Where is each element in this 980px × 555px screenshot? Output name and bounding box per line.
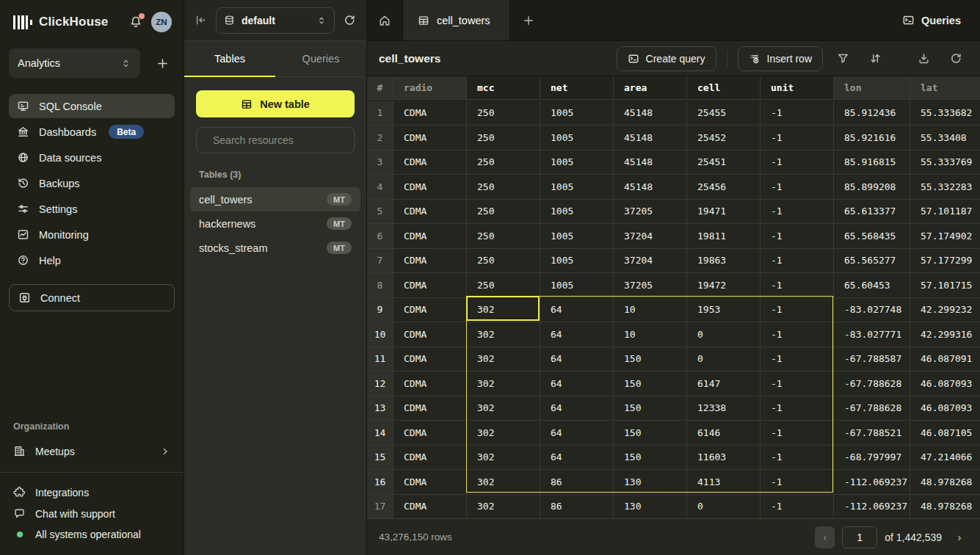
column-header-cell[interactable]: cell bbox=[687, 76, 761, 100]
create-query-button[interactable]: Create query bbox=[617, 46, 716, 71]
table-cell[interactable]: 1005 bbox=[540, 175, 614, 200]
table-cell[interactable]: 57.174902 bbox=[910, 224, 980, 249]
refresh-resources-button[interactable] bbox=[344, 14, 356, 26]
table-cell[interactable]: -1 bbox=[761, 371, 834, 396]
table-cell[interactable]: 37205 bbox=[614, 200, 687, 225]
table-cell[interactable]: -83.027748 bbox=[834, 298, 910, 323]
sidebar-item-integrations[interactable]: Integrations bbox=[9, 482, 175, 503]
table-cell[interactable]: 65.568435 bbox=[834, 224, 910, 249]
queries-button[interactable]: Queries bbox=[902, 14, 961, 26]
table-cell[interactable]: -68.797997 bbox=[834, 446, 910, 471]
table-cell[interactable]: 25456 bbox=[687, 175, 761, 200]
row-number[interactable]: 7 bbox=[367, 249, 393, 274]
table-cell[interactable]: 57.177299 bbox=[910, 249, 980, 274]
table-cell[interactable]: 1005 bbox=[540, 126, 614, 150]
table-cell[interactable]: 85.921616 bbox=[834, 126, 910, 150]
table-cell[interactable]: 302 bbox=[467, 347, 540, 372]
table-cell[interactable]: 302 bbox=[467, 322, 540, 347]
table-cell[interactable]: -1 bbox=[761, 224, 834, 249]
table-cell[interactable]: 6147 bbox=[687, 371, 761, 396]
column-header-area[interactable]: area bbox=[614, 76, 687, 100]
table-list-item-stocks-stream[interactable]: stocks_stream MT bbox=[190, 236, 360, 260]
table-cell[interactable]: 0 bbox=[687, 495, 761, 519]
table-list-item-hackernews[interactable]: hackernews MT bbox=[190, 211, 360, 236]
table-cell[interactable]: CDMA bbox=[393, 175, 467, 200]
table-cell[interactable]: 11603 bbox=[687, 446, 761, 471]
sidebar-item-data-sources[interactable]: Data sources bbox=[9, 145, 175, 170]
table-cell[interactable]: 42.299316 bbox=[910, 322, 980, 347]
table-cell[interactable]: -1 bbox=[761, 396, 834, 421]
table-cell[interactable]: 47.214066 bbox=[910, 446, 980, 471]
table-cell[interactable]: 130 bbox=[614, 470, 687, 495]
user-avatar[interactable]: ZN bbox=[151, 12, 172, 32]
table-cell[interactable]: 150 bbox=[614, 396, 687, 421]
table-cell[interactable]: 64 bbox=[540, 371, 614, 396]
row-number[interactable]: 10 bbox=[367, 322, 393, 347]
row-number[interactable]: 15 bbox=[367, 446, 393, 471]
table-cell[interactable]: 19811 bbox=[687, 224, 761, 249]
table-cell[interactable]: 6146 bbox=[687, 421, 761, 446]
table-cell[interactable]: 85.916815 bbox=[834, 150, 910, 175]
table-cell[interactable]: -1 bbox=[761, 421, 834, 446]
table-cell[interactable]: 48.978268 bbox=[910, 495, 980, 519]
table-cell[interactable]: -1 bbox=[761, 126, 834, 150]
tab-queries[interactable]: Queries bbox=[275, 41, 366, 77]
insert-row-button[interactable]: Insert row bbox=[738, 46, 823, 71]
table-cell[interactable]: 150 bbox=[614, 446, 687, 471]
table-cell[interactable]: 302 bbox=[467, 298, 540, 323]
table-cell[interactable]: -112.069237 bbox=[834, 495, 910, 519]
row-number[interactable]: 6 bbox=[367, 224, 393, 249]
table-cell[interactable]: 64 bbox=[540, 421, 614, 446]
table-cell[interactable]: 150 bbox=[614, 421, 687, 446]
table-cell[interactable]: -1 bbox=[761, 150, 834, 175]
table-cell[interactable]: 64 bbox=[540, 322, 614, 347]
sidebar-item-meetups[interactable]: Meetups bbox=[9, 440, 175, 462]
table-cell[interactable]: 57.101187 bbox=[910, 200, 980, 225]
row-number[interactable]: 12 bbox=[367, 371, 393, 396]
table-cell[interactable]: CDMA bbox=[393, 396, 467, 421]
table-cell[interactable]: 302 bbox=[467, 446, 540, 471]
table-cell[interactable]: CDMA bbox=[393, 322, 467, 347]
table-cell[interactable]: 45148 bbox=[614, 175, 687, 200]
row-number[interactable]: 14 bbox=[367, 421, 393, 446]
table-cell[interactable]: 37205 bbox=[614, 273, 687, 298]
table-cell[interactable]: 64 bbox=[540, 396, 614, 421]
page-input[interactable] bbox=[842, 526, 877, 548]
table-cell[interactable]: 46.087093 bbox=[910, 371, 980, 396]
sidebar-item-settings[interactable]: Settings bbox=[9, 197, 175, 221]
table-cell[interactable]: 19472 bbox=[687, 273, 761, 298]
table-cell[interactable]: 250 bbox=[467, 249, 540, 274]
sidebar-item-chat-support[interactable]: Chat with support bbox=[9, 503, 175, 524]
table-cell[interactable]: 250 bbox=[467, 224, 540, 249]
table-cell[interactable]: -83.027771 bbox=[834, 322, 910, 347]
new-table-button[interactable]: New table bbox=[196, 90, 355, 117]
table-cell[interactable]: 150 bbox=[614, 347, 687, 372]
table-cell[interactable]: CDMA bbox=[393, 249, 467, 274]
database-select[interactable]: default bbox=[216, 7, 335, 34]
table-cell[interactable]: 25451 bbox=[687, 150, 761, 175]
table-cell[interactable]: CDMA bbox=[393, 470, 467, 495]
table-cell[interactable]: 65.565277 bbox=[834, 249, 910, 274]
new-tab-button[interactable] bbox=[510, 0, 547, 40]
table-cell[interactable]: CDMA bbox=[393, 150, 467, 175]
column-header-mcc[interactable]: mcc bbox=[467, 76, 540, 100]
table-cell[interactable]: 19863 bbox=[687, 249, 761, 274]
sidebar-item-help[interactable]: Help bbox=[9, 248, 175, 272]
table-cell[interactable]: 150 bbox=[614, 371, 687, 396]
table-cell[interactable]: 85.899208 bbox=[834, 175, 910, 200]
table-cell[interactable]: 12338 bbox=[687, 396, 761, 421]
add-workspace-button[interactable] bbox=[150, 54, 175, 73]
table-cell[interactable]: -67.788628 bbox=[834, 396, 910, 421]
table-cell[interactable]: -1 bbox=[761, 470, 834, 495]
table-cell[interactable]: 1005 bbox=[540, 101, 614, 126]
download-button[interactable] bbox=[911, 46, 936, 71]
table-cell[interactable]: 37204 bbox=[614, 224, 687, 249]
table-cell[interactable]: CDMA bbox=[393, 371, 467, 396]
table-cell[interactable]: -1 bbox=[761, 495, 834, 519]
table-cell[interactable]: 1005 bbox=[540, 150, 614, 175]
table-cell[interactable]: -67.788521 bbox=[834, 421, 910, 446]
table-cell[interactable]: 64 bbox=[540, 298, 614, 323]
column-header-num[interactable]: # bbox=[367, 76, 393, 100]
table-cell[interactable]: 55.33408 bbox=[910, 126, 980, 150]
table-cell[interactable]: 1005 bbox=[540, 200, 614, 225]
